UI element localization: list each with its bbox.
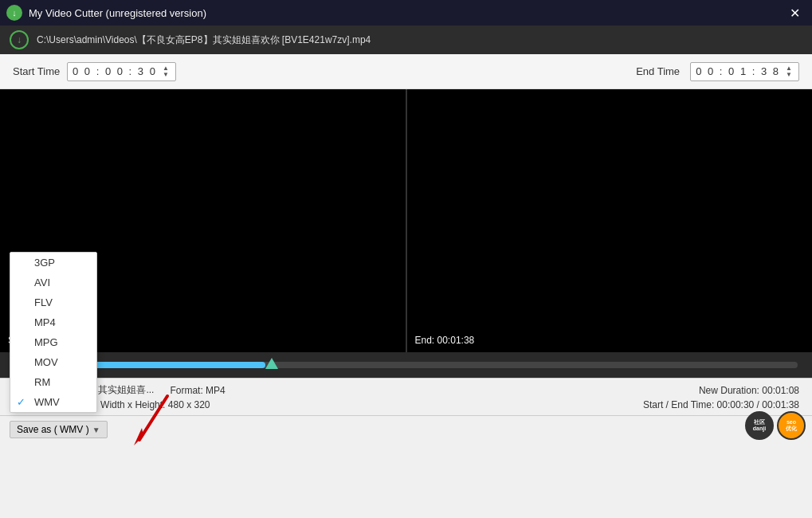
dimensions-info: Width x Height: 480 x 320 <box>100 399 210 410</box>
format-option-avi[interactable]: AVI <box>10 273 96 292</box>
title-bar: ↓ My Video Cutter (unregistered version)… <box>0 0 812 26</box>
watermark-badge-2: seo优化 <box>777 411 806 440</box>
app-title: My Video Cutter (unregistered version) <box>29 7 206 19</box>
save-row: Save as ( WMV ) ▼ 3GPAVIFLVMP4MPGMOVRMWM… <box>0 415 812 443</box>
filepath-bar: ↓ C:\Users\admin\Videos\【不良女高EP8】其实姐姐喜欢你… <box>0 26 812 54</box>
new-duration-info: New Duration: 00:01:08 <box>699 385 799 396</box>
info-bar: Filename: 【不良女 其实姐姐喜... Format: MP4 New … <box>0 378 812 415</box>
start-time-spinner[interactable]: ▲ ▼ <box>163 65 171 78</box>
end-handle[interactable] <box>265 358 278 369</box>
video-area: Start: 00:00:30 End: 00:01:38 <box>0 89 812 352</box>
end-video-label: End: 00:01:38 <box>415 335 475 346</box>
start-time-down[interactable]: ▼ <box>163 72 171 78</box>
app-icon: ↓ <box>6 5 22 21</box>
save-as-label: Save as ( WMV ) <box>17 424 89 435</box>
start-time-value: 0 0 : 0 0 : 3 0 <box>73 65 157 77</box>
download-icon: ↓ <box>10 30 29 49</box>
format-option-mpg[interactable]: MPG <box>10 332 96 352</box>
format-dropdown: 3GPAVIFLVMP4MPGMOVRMWMV <box>10 252 97 413</box>
format-option-wmv[interactable]: WMV <box>10 392 96 412</box>
format-info: Format: MP4 <box>170 385 225 396</box>
format-option-mov[interactable]: MOV <box>10 352 96 372</box>
format-option-mp4[interactable]: MP4 <box>10 312 96 332</box>
end-time-group: End Time 0 0 : 0 1 : 3 8 ▲ ▼ <box>636 62 799 81</box>
timeline-bar[interactable] <box>0 352 812 378</box>
info-row1: Filename: 【不良女 其实姐姐喜... Format: MP4 New … <box>13 383 799 397</box>
filepath-text: C:\Users\admin\Videos\【不良女高EP8】其实姐姐喜欢你 [… <box>37 33 371 47</box>
dropdown-arrow-icon: ▼ <box>92 426 100 434</box>
close-button[interactable]: ✕ <box>783 2 806 24</box>
start-time-label: Start Time <box>13 65 61 77</box>
end-time-label: End Time <box>636 65 684 77</box>
title-bar-left: ↓ My Video Cutter (unregistered version) <box>6 5 206 21</box>
timeline-track[interactable] <box>14 362 798 368</box>
timeline-filled <box>77 362 265 368</box>
info-row2: Length: 00:06:33 Width x Height: 480 x 3… <box>13 399 799 410</box>
end-video-panel: End: 00:01:38 <box>406 89 813 352</box>
controls-row: Start Time 0 0 : 0 0 : 3 0 ▲ ▼ End Time … <box>0 54 812 89</box>
watermarks: 社区danji seo优化 <box>745 411 806 440</box>
start-time-input[interactable]: 0 0 : 0 0 : 3 0 ▲ ▼ <box>67 62 176 81</box>
end-time-down[interactable]: ▼ <box>786 72 794 78</box>
start-end-time-info: Start / End Time: 00:00:30 / 00:01:38 <box>643 399 799 410</box>
filename-rest: 其实姐姐喜... <box>98 384 154 395</box>
close-icon: ✕ <box>790 6 800 21</box>
end-time-spinner[interactable]: ▲ ▼ <box>786 65 794 78</box>
format-option-rm[interactable]: RM <box>10 372 96 392</box>
start-time-group: Start Time 0 0 : 0 0 : 3 0 ▲ ▼ <box>13 62 176 81</box>
watermark-badge-1: 社区danji <box>745 411 774 440</box>
save-as-button[interactable]: Save as ( WMV ) ▼ <box>10 421 108 438</box>
end-time-input[interactable]: 0 0 : 0 1 : 3 8 ▲ ▼ <box>690 62 799 81</box>
format-option-3gp[interactable]: 3GP <box>10 253 96 273</box>
format-option-flv[interactable]: FLV <box>10 292 96 312</box>
end-time-value: 0 0 : 0 1 : 3 8 <box>696 65 780 77</box>
